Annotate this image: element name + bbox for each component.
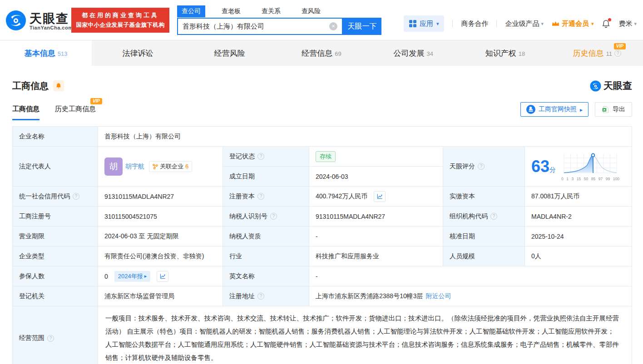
paid-capital-value: 87.0081万人民币 (525, 187, 632, 207)
field-label-text: 注册地址 (229, 292, 255, 300)
vip-badge: VIP (614, 43, 626, 49)
clear-search-icon[interactable] (329, 22, 337, 30)
help-icon[interactable] (257, 293, 264, 300)
stamp-icon (526, 105, 535, 114)
tab-label: 经营风险 (214, 48, 245, 59)
bell-icon (55, 83, 62, 89)
brand-domain: TianYanCha.com (30, 25, 73, 30)
help-icon[interactable] (257, 153, 264, 160)
search-button[interactable]: 天眼一下 (343, 18, 381, 35)
tab-label: 基本信息 (25, 48, 55, 59)
notifications-button[interactable] (602, 20, 610, 28)
search-block: 查公司 查老板 查关系 查风险 首形科技（上海）有限公司 天眼一下 (177, 5, 381, 35)
help-icon[interactable] (73, 193, 79, 200)
tianyan-score-cell[interactable]: 63分 (525, 147, 632, 187)
address-cell: 上海市浦东新区秀浦路2388号10幢3层 附近公司 (309, 286, 632, 306)
official-snapshot-button[interactable]: 工商官网快照 (520, 102, 589, 117)
address-value: 上海市浦东新区秀浦路2388号10幢3层 (316, 292, 423, 300)
score-unit: 分 (549, 166, 556, 173)
search-tab-boss[interactable]: 查老板 (217, 5, 245, 17)
watermark-brand-name: 天眼查 (603, 79, 632, 92)
tab-label: 公司发展 (394, 48, 425, 59)
excel-icon (602, 106, 609, 113)
field-label-text: 组织机构代码 (450, 212, 488, 221)
tab-company-development[interactable]: 公司发展 34 (367, 40, 459, 66)
field-label: 登记状态 (223, 147, 309, 167)
line-chart-icon (377, 193, 383, 199)
help-icon[interactable] (47, 335, 54, 342)
tab-count: 18 (519, 50, 525, 57)
nav-cooperation[interactable]: 商务合作 (461, 20, 488, 28)
taxpayer-id-value: 91310115MADLA4NR27 (309, 207, 443, 226)
registry-value: 浦东新区市场监督管理局 (98, 286, 223, 306)
field-label: 纳税人识别号 (223, 207, 309, 226)
open-vip-link[interactable]: 开通会员 ▾ (552, 20, 594, 28)
field-label-text: 注册资本 (229, 192, 255, 201)
status-badge: 存续 (316, 151, 336, 162)
field-label: 登记机关 (13, 286, 98, 306)
vip-badge: VIP (90, 98, 102, 104)
apps-label: 应用 (420, 20, 433, 28)
avatar[interactable]: 胡 (104, 157, 123, 176)
user-menu[interactable]: 费米 ▾ (618, 20, 637, 28)
site-logo[interactable]: 天眼查 TianYanCha.com (5, 10, 73, 33)
related-label: 关联企业 (160, 162, 183, 171)
score-value: 63 (531, 157, 549, 176)
tab-intellectual-property[interactable]: 知识产权 18 (459, 40, 551, 66)
nav-divider (496, 20, 497, 27)
nav-enterprise-label: 企业级产品 (505, 20, 539, 28)
search-input[interactable]: 首形科技（上海）有限公司 (177, 18, 343, 35)
field-label: 企业名称 (13, 127, 98, 147)
staff-size-value: 0人 (525, 246, 632, 266)
chevron-right-icon (580, 106, 583, 113)
capital-trend-button[interactable] (374, 191, 386, 202)
industry-value: 科技推广和应用服务业 (309, 246, 443, 266)
tab-legal[interactable]: 法律诉讼 (92, 40, 183, 66)
help-icon[interactable] (490, 213, 497, 220)
tab-basic-info[interactable]: 基本信息 513 (0, 40, 92, 66)
main-content: 工商信息 天眼查 工商信息 历史工商信息 VIP (0, 79, 643, 364)
tab-operation-info[interactable]: 经营信息 69 (276, 40, 367, 66)
apps-menu[interactable]: 应用 ▾ (404, 15, 445, 32)
nav-enterprise[interactable]: 企业级产品 ▾ (505, 20, 544, 28)
subtab-business-info[interactable]: 工商信息 (12, 105, 40, 120)
promo-line2: 国家中小企业发展子基金旗下机构 (76, 21, 165, 29)
tab-label: 历史信息 (573, 48, 604, 59)
help-icon[interactable] (478, 163, 485, 170)
help-icon[interactable] (270, 213, 277, 220)
tab-count: 34 (427, 50, 433, 57)
tianyancha-logo-icon (590, 80, 601, 92)
field-label: 天眼评分 (443, 147, 525, 187)
help-icon[interactable] (614, 50, 621, 57)
nearby-companies-link[interactable]: 附近公司 (426, 292, 451, 300)
subtab-label: 历史工商信息 (55, 105, 96, 113)
field-label: 工商注册号 (13, 207, 98, 226)
tab-count: 11 (606, 50, 613, 57)
field-label: 统一社会信用代码 (13, 187, 98, 207)
search-tabs: 查公司 查老板 查关系 查风险 (177, 5, 381, 17)
business-term-value: 2024-06-03 至 无固定期限 (98, 226, 223, 246)
promo-banner: 都在用的商业查询工具 国家中小企业发展子基金旗下机构 (71, 8, 169, 33)
help-icon[interactable] (257, 193, 264, 200)
search-tab-risk[interactable]: 查风险 (297, 5, 325, 17)
legal-rep-link[interactable]: 胡宇航 (125, 162, 144, 171)
tab-label: 知识产权 (485, 48, 516, 59)
tab-history-info[interactable]: VIP 历史信息 11 (551, 40, 643, 66)
search-tab-company[interactable]: 查公司 (177, 5, 205, 17)
subscribe-alert-button[interactable] (53, 80, 64, 91)
field-label: 人员规模 (443, 246, 525, 266)
export-button[interactable]: 导出 (595, 102, 632, 117)
field-label: 纳税人资质 (223, 226, 309, 246)
notification-dot (608, 18, 611, 21)
insured-trend-button[interactable] (157, 271, 168, 282)
top-nav: 应用 ▾ 商务合作 企业级产品 ▾ 开通会员 ▾ 费米 ▾ (404, 15, 637, 32)
annual-report-badge[interactable]: 2024年报 (114, 271, 150, 282)
reg-capital-value: 400.7942万人民币 (316, 192, 367, 201)
related-companies-button[interactable]: 关联企业 6 (149, 161, 192, 172)
search-tab-relation[interactable]: 查关系 (257, 5, 285, 17)
tab-operation-risk[interactable]: 经营风险 (184, 40, 276, 66)
line-chart-icon (160, 273, 166, 279)
tab-label: 法律诉讼 (122, 48, 153, 59)
subtab-history-business-info[interactable]: 历史工商信息 VIP (55, 105, 96, 120)
field-label: 注册资本 (223, 187, 309, 207)
